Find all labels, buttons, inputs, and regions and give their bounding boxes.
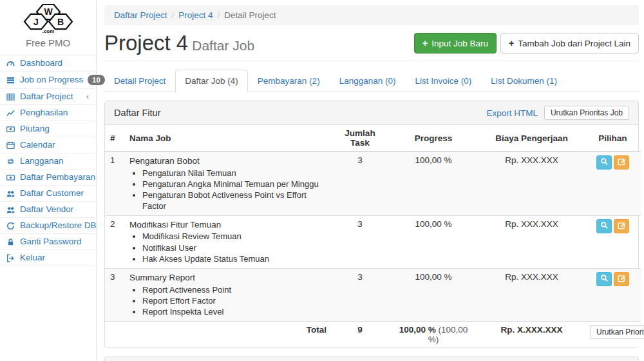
actions-cell — [585, 151, 641, 215]
plus-icon: + — [509, 38, 514, 48]
edit-button[interactable] — [614, 272, 629, 286]
job-subtask: Modifikasi Review Temuan — [142, 231, 327, 242]
column-header-nama-job: Nama Job — [124, 125, 332, 151]
column-header-: # — [105, 125, 124, 151]
sidebar-item-ganti-password[interactable]: Ganti Password — [0, 233, 96, 249]
breadcrumb-item-daftar-project[interactable]: Daftar Project — [114, 10, 167, 20]
panel-heading: Fitur TambahanExport HTMLUrutkan Priorit… — [105, 357, 638, 361]
sidebar-menu: DashboardJob on Progress10Daftar Project… — [0, 55, 96, 266]
page-title: Project 4 — [104, 31, 188, 55]
sidebar-item-label: Piutang — [20, 124, 90, 133]
sidebar-item-label: Daftar Project — [20, 92, 82, 101]
job-name: Modifikasi Fitur Temuan — [129, 219, 327, 231]
sidebar-item-job-on-progress[interactable]: Job on Progress10 — [0, 71, 96, 88]
sidebar-item-keluar[interactable]: Keluar — [0, 249, 96, 266]
total-label: Total — [124, 322, 332, 348]
total-progress-value: 100,00 % — [399, 325, 436, 335]
tasks-icon — [6, 76, 15, 84]
total-task-count: 9 — [332, 322, 388, 348]
sidebar-item-backup-restore-db[interactable]: Backup/Restore DB — [0, 217, 96, 233]
job-subtask: Pengaturan Bobot Activeness Point vs Eff… — [142, 190, 327, 211]
header-buttons: +Input Job Baru+Tambah Job dari Project … — [414, 33, 639, 55]
sidebar-item-label: Calendar — [20, 141, 90, 150]
actions-cell — [585, 269, 641, 322]
tab-langganan-0[interactable]: Langganan (0) — [330, 70, 406, 92]
sidebar-item-label: Langganan — [20, 157, 90, 166]
retweet-icon — [6, 157, 15, 166]
sidebar-item-dashboard[interactable]: Dashboard — [0, 55, 96, 71]
tab-pembayaran-2[interactable]: Pembayaran (2) — [248, 70, 330, 92]
row-number-cell: 1 — [105, 151, 124, 215]
input-job-baru-button[interactable]: +Input Job Baru — [414, 33, 497, 54]
sidebar: W J B .com Free PMO DashboardJob on Prog… — [0, 0, 97, 361]
sign-out-icon — [6, 254, 15, 262]
sort-priority-button[interactable]: Urutkan Prioritas Job — [544, 106, 629, 120]
cost-cell: Rp. XXX.XXX — [478, 151, 585, 215]
breadcrumb: Daftar Project/Project 4/Detail Project — [104, 5, 639, 25]
job-table: #Nama JobJumlah TaskProgressBiaya Penger… — [105, 125, 641, 347]
total-actions-cell: Urutkan Prioritas Job — [585, 322, 641, 348]
sidebar-item-daftar-vendor[interactable]: Daftar Vendor — [0, 201, 96, 217]
money-icon — [6, 173, 15, 182]
cost-cell: Rp. XXX.XXX — [478, 269, 585, 322]
sort-priority-button[interactable]: Urutkan Prioritas Job — [590, 325, 644, 339]
table-row: 1Pengaturan BobotPengaturan Nilai Temuan… — [105, 151, 641, 215]
page-header: Project 4Daftar Job +Input Job Baru+Tamb… — [104, 32, 639, 61]
job-name-cell: Summary ReportReport Activeness PointRep… — [124, 269, 332, 322]
logo-letter-w: W — [44, 6, 53, 17]
table-row: 2Modifikasi Fitur TemuanModifikasi Revie… — [105, 215, 641, 268]
subtask-list: Modifikasi Review TemuanNotifikasi UserH… — [142, 231, 327, 264]
task-count-cell: 3 — [332, 151, 388, 215]
sidebar-item-piutang[interactable]: Piutang — [0, 121, 96, 137]
plus-icon: + — [422, 38, 428, 48]
tab-list-dokumen-1[interactable]: List Dokumen (1) — [481, 70, 567, 92]
tambah-job-dari-project-lain-button[interactable]: +Tambah Job dari Project Lain — [500, 33, 639, 54]
button-label: Input Job Baru — [431, 39, 488, 48]
export-html-link[interactable]: Export HTML — [486, 108, 538, 118]
search-icon — [600, 157, 609, 168]
tab-detail-project[interactable]: Detail Project — [104, 70, 175, 92]
sidebar-item-label: Daftar Vendor — [20, 205, 90, 214]
edit-icon — [618, 221, 626, 231]
cost-cell: Rp. XXX.XXX — [478, 215, 585, 268]
progress-cell: 100,00 % — [388, 269, 478, 322]
breadcrumb-item-detail-project: Detail Project — [224, 10, 276, 20]
edit-button[interactable] — [614, 219, 629, 233]
column-header-progress: Progress — [388, 125, 478, 151]
job-subtask: Pengaturan Nilai Temuan — [142, 168, 327, 179]
sidebar-item-daftar-project[interactable]: Daftar Project‹ — [0, 88, 96, 104]
calendar-icon — [6, 141, 15, 150]
column-header-pilihan: Pilihan — [585, 125, 641, 151]
sidebar-item-daftar-customer[interactable]: Daftar Customer — [0, 185, 96, 201]
lock-icon — [6, 238, 15, 246]
tab-daftar-job-4[interactable]: Daftar Job (4) — [175, 70, 248, 92]
actions-cell — [585, 215, 641, 268]
column-header-biaya-pengerjaan: Biaya Pengerjaan — [478, 125, 585, 151]
view-button[interactable] — [596, 219, 612, 233]
brand-name: Free PMO — [0, 37, 96, 48]
tab-list-invoice-0[interactable]: List Invoice (0) — [405, 70, 481, 92]
sidebar-item-label: Ganti Password — [20, 237, 90, 246]
sidebar-item-calendar[interactable]: Calendar — [0, 137, 96, 153]
users-icon — [6, 206, 15, 214]
progress-cell: 100,00 % — [388, 215, 478, 268]
users-icon — [6, 190, 15, 198]
breadcrumb-separator: / — [172, 10, 175, 20]
sidebar-item-label: Daftar Customer — [20, 189, 90, 198]
sidebar-item-label: Penghasilan — [20, 108, 90, 117]
subtask-list: Report Activeness PointReport Effort Fac… — [142, 285, 327, 318]
sidebar-item-langganan[interactable]: Langganan — [0, 153, 96, 169]
total-progress: 100,00 % (100,00 %) — [388, 322, 478, 348]
view-button[interactable] — [596, 155, 612, 170]
view-button[interactable] — [596, 272, 612, 286]
breadcrumb-item-project-4[interactable]: Project 4 — [178, 10, 213, 20]
chevron-left-icon: ‹ — [86, 92, 90, 101]
panel-heading: Daftar FiturExport HTMLUrutkan Prioritas… — [105, 101, 638, 125]
edit-icon — [618, 157, 626, 168]
sidebar-item-daftar-pembayaran[interactable]: Daftar Pembayaran — [0, 169, 96, 185]
sidebar-item-penghasilan[interactable]: Penghasilan — [0, 104, 96, 121]
refresh-icon — [6, 222, 15, 230]
edit-button[interactable] — [614, 155, 629, 170]
total-spacer — [105, 322, 124, 348]
main-content: Daftar Project/Project 4/Detail Project … — [97, 0, 644, 361]
